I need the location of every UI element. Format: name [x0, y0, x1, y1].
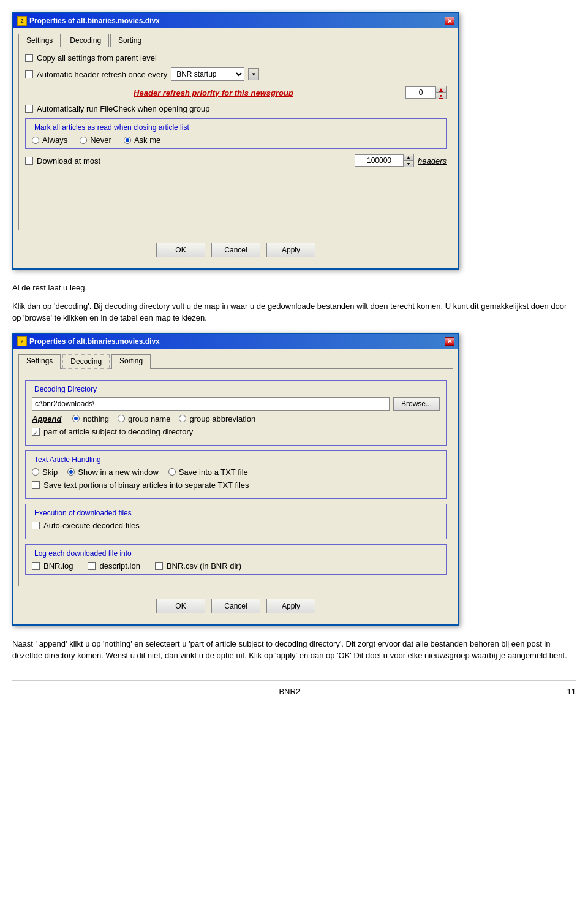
- dialog-2-close-button[interactable]: ✕: [445, 337, 454, 346]
- descript-checkbox[interactable]: [88, 562, 96, 570]
- save-portions-checkbox[interactable]: [32, 481, 40, 489]
- auto-filecheck-checkbox[interactable]: [25, 105, 33, 113]
- text-handling-radio-row: Skip Show in a new window Save into a TX…: [32, 468, 440, 477]
- footer-page-number: 11: [567, 687, 576, 696]
- nothing-label: nothing: [83, 414, 109, 423]
- dialog-1: 2 Properties of alt.binaries.movies.divx…: [12, 12, 459, 270]
- auto-refresh-label: Automatic header refresh once every: [37, 70, 167, 79]
- askme-radio[interactable]: [124, 137, 131, 144]
- mark-radio-row: Always Never Ask me: [32, 135, 440, 145]
- page-footer: BNR2 11: [12, 680, 576, 696]
- dialog-1-buttons: OK Cancel Apply: [18, 237, 453, 264]
- dialog-1-cancel-button[interactable]: Cancel: [211, 243, 260, 257]
- download-label: Download at most: [37, 156, 100, 165]
- askme-radio-item: Ask me: [124, 135, 160, 145]
- tab-sorting-2[interactable]: Sorting: [111, 354, 151, 369]
- show-new-window-label: Show in a new window: [78, 468, 159, 477]
- bnr-csv-row: BNR.csv (in BNR dir): [155, 561, 241, 571]
- tab-decoding-2[interactable]: Decoding: [62, 354, 110, 369]
- skip-label: Skip: [42, 468, 58, 477]
- bnr-log-label: BNR.log: [43, 561, 73, 571]
- dialog-2-ok-button[interactable]: OK: [156, 599, 205, 613]
- copy-all-settings-row: Copy all settings from parent level: [25, 53, 447, 63]
- save-txt-radio[interactable]: [168, 468, 176, 476]
- download-spin-up[interactable]: ▲: [404, 154, 413, 161]
- never-label: Never: [90, 135, 111, 145]
- download-checkbox[interactable]: [25, 157, 33, 165]
- tab-settings-2[interactable]: Settings: [18, 354, 61, 369]
- download-spinbox: ▲ ▼: [355, 154, 414, 167]
- execution-title: Execution of downloaded files: [32, 509, 134, 517]
- decoding-directory-title: Decoding Directory: [32, 385, 99, 393]
- part-of-article-row: part of article subject to decoding dire…: [32, 427, 440, 436]
- nothing-radio[interactable]: [72, 415, 80, 422]
- group-abbr-radio-item: group abbreviation: [179, 414, 255, 423]
- always-label: Always: [42, 135, 67, 145]
- dialog-1-body: Settings Decoding Sorting Copy all setti…: [13, 28, 458, 268]
- download-spinbox-arrows: ▲ ▼: [404, 154, 414, 167]
- dialog-1-tab-bar: Settings Decoding Sorting: [18, 33, 453, 47]
- refresh-dropdown[interactable]: BNR startup: [171, 67, 244, 81]
- body-text-1: Al de rest laat u leeg. Klik dan op 'dec…: [12, 282, 576, 324]
- tab-decoding-1[interactable]: Decoding: [62, 34, 109, 47]
- tab-settings-1[interactable]: Settings: [18, 34, 61, 47]
- dialog-2-apply-button[interactable]: Apply: [266, 599, 315, 613]
- mark-articles-group: Mark all articles as read when closing a…: [25, 118, 447, 149]
- dialog-2-titlebar: 2 Properties of alt.binaries.movies.divx…: [13, 334, 458, 349]
- headers-label: headers: [418, 156, 447, 165]
- refresh-dropdown-arrow[interactable]: ▼: [248, 68, 259, 80]
- log-group: Log each downloaded file into BNR.log de…: [25, 544, 447, 575]
- priority-spin-up[interactable]: ▲: [436, 86, 446, 93]
- priority-spin-down[interactable]: ▼: [436, 93, 446, 99]
- dialog-1-apply-button[interactable]: Apply: [266, 243, 315, 257]
- download-value-input[interactable]: [355, 154, 404, 167]
- skip-radio[interactable]: [32, 468, 39, 476]
- download-spin-down[interactable]: ▼: [404, 161, 413, 167]
- append-row: Append nothing group name group abbrevia…: [32, 414, 440, 423]
- group-name-radio[interactable]: [118, 415, 125, 422]
- dialog-2: 2 Properties of alt.binaries.movies.divx…: [12, 333, 459, 626]
- copy-all-settings-checkbox[interactable]: [25, 54, 33, 62]
- group-abbr-radio[interactable]: [179, 415, 186, 422]
- execution-group: Execution of downloaded files Auto-execu…: [25, 504, 447, 539]
- part-of-article-label: part of article subject to decoding dire…: [43, 427, 193, 436]
- askme-label: Ask me: [134, 135, 160, 145]
- bnr-csv-checkbox[interactable]: [155, 562, 163, 570]
- show-new-window-radio-item: Show in a new window: [67, 468, 159, 477]
- priority-spinbox-arrows: ▲ ▼: [436, 86, 447, 99]
- save-portions-row: Save text portions of binary articles in…: [32, 480, 440, 490]
- tab-sorting-1[interactable]: Sorting: [110, 34, 149, 47]
- save-txt-radio-item: Save into a TXT file: [168, 468, 248, 477]
- directory-path-input[interactable]: [32, 397, 390, 411]
- bnr-csv-label: BNR.csv (in BNR dir): [167, 561, 241, 571]
- dialog-1-ok-button[interactable]: OK: [156, 243, 205, 257]
- dialog-1-title: Properties of alt.binaries.movies.divx: [29, 17, 160, 25]
- priority-label: Header refresh priority for this newsgro…: [25, 88, 402, 97]
- priority-value-input[interactable]: [405, 86, 436, 99]
- bnr-log-row: BNR.log: [32, 561, 73, 571]
- directory-path-row: Browse...: [32, 397, 440, 411]
- copy-all-settings-label: Copy all settings from parent level: [37, 53, 157, 63]
- dialog-1-close-button[interactable]: ✕: [445, 17, 454, 25]
- footer-center: BNR2: [279, 687, 300, 696]
- always-radio[interactable]: [32, 137, 39, 144]
- dialog-2-buttons: OK Cancel Apply: [18, 593, 453, 620]
- titlebar-left: 2 Properties of alt.binaries.movies.divx: [17, 16, 160, 26]
- group-abbr-label: group abbreviation: [189, 414, 255, 423]
- auto-refresh-row: Automatic header refresh once every BNR …: [25, 67, 447, 81]
- show-new-window-radio[interactable]: [67, 468, 75, 476]
- bnr-log-checkbox[interactable]: [32, 562, 40, 570]
- auto-filecheck-label: Automatically run FileCheck when opening…: [37, 104, 210, 113]
- save-txt-label: Save into a TXT file: [179, 468, 248, 477]
- part-of-article-checkbox[interactable]: [32, 428, 40, 436]
- auto-execute-checkbox[interactable]: [32, 522, 40, 529]
- auto-refresh-checkbox[interactable]: [25, 70, 33, 78]
- auto-execute-label: Auto-execute decoded files: [43, 521, 140, 530]
- dialog-2-cancel-button[interactable]: Cancel: [211, 599, 260, 613]
- text-handling-title: Text Article Handling: [32, 455, 104, 464]
- dialog-2-body: Settings Decoding Sorting Decoding Direc…: [13, 349, 458, 624]
- download-row: Download at most ▲ ▼ headers: [25, 154, 447, 167]
- never-radio[interactable]: [80, 137, 87, 144]
- browse-button[interactable]: Browse...: [393, 397, 440, 411]
- dialog-1-tab-content: Copy all settings from parent level Auto…: [18, 47, 453, 230]
